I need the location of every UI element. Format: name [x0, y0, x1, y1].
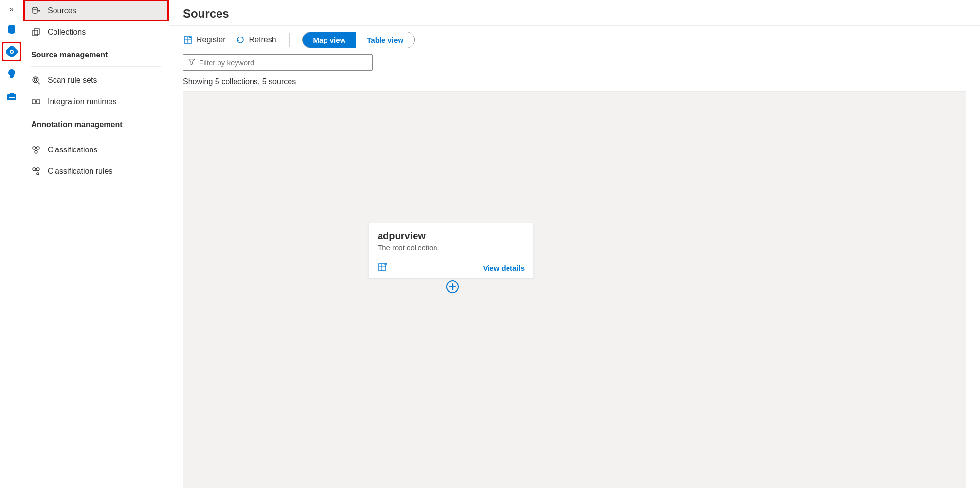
- svg-rect-23: [379, 264, 385, 271]
- nav-item-label: Classifications: [48, 146, 97, 154]
- toolbox-icon: [6, 91, 18, 102]
- nav-item-classification-rules[interactable]: Classification rules: [23, 161, 169, 182]
- refresh-button[interactable]: Refresh: [236, 35, 276, 45]
- card-body: adpurview The root collection.: [369, 223, 533, 258]
- grid-icon[interactable]: [378, 263, 387, 273]
- nav-item-sources[interactable]: Sources: [23, 0, 169, 21]
- filter-icon: [188, 58, 195, 67]
- svg-point-18: [33, 168, 36, 171]
- nav-item-collections[interactable]: Collections: [23, 21, 169, 43]
- nav-item-integration-runtimes[interactable]: Integration runtimes: [23, 91, 169, 112]
- svg-point-16: [36, 147, 39, 149]
- table-view-button[interactable]: Table view: [356, 32, 414, 48]
- svg-point-20: [37, 173, 39, 175]
- map-view-button[interactable]: Map view: [303, 32, 357, 48]
- svg-rect-13: [32, 100, 35, 104]
- toolbar-separator: [289, 33, 290, 47]
- card-title: adpurview: [378, 230, 525, 242]
- icon-rail: »: [0, 0, 23, 502]
- main-content: Sources Register Refresh Map view Table …: [169, 0, 980, 502]
- rail-item-insights[interactable]: [3, 65, 20, 83]
- rail-item-data-map[interactable]: [3, 43, 20, 60]
- filter-keyword-input[interactable]: [199, 58, 367, 67]
- nav-item-label: Integration runtimes: [48, 97, 116, 106]
- nav-item-label: Collections: [48, 28, 86, 37]
- nav-section-source-management: Source management: [23, 43, 169, 63]
- add-node-button[interactable]: [446, 280, 459, 293]
- view-toggle: Map view Table view: [302, 32, 415, 48]
- svg-point-11: [33, 77, 38, 83]
- collections-icon: [31, 27, 41, 37]
- card-subtitle: The root collection.: [378, 243, 525, 252]
- svg-point-12: [34, 78, 37, 81]
- svg-point-22: [189, 37, 191, 38]
- nav-item-classifications[interactable]: Classifications: [23, 139, 169, 161]
- svg-point-3: [11, 51, 13, 53]
- nav-divider: [31, 136, 161, 136]
- lightbulb-icon: [6, 68, 18, 80]
- nav-item-label: Scan rule sets: [48, 76, 97, 85]
- toolbar: Register Refresh Map view Table view: [169, 26, 980, 54]
- filter-input-wrapper[interactable]: [183, 54, 373, 71]
- svg-rect-10: [34, 29, 39, 34]
- nav-item-label: Sources: [48, 6, 76, 15]
- sources-icon: [31, 6, 41, 16]
- register-label: Register: [197, 36, 226, 44]
- map-canvas[interactable]: adpurview The root collection. View deta…: [183, 91, 966, 488]
- nav-section-annotation-management: Annotation management: [23, 112, 169, 133]
- svg-rect-4: [10, 77, 13, 78]
- nav-panel: Sources Collections Source management Sc…: [23, 0, 169, 502]
- classification-rules-icon: [31, 167, 41, 176]
- nav-divider: [31, 66, 161, 67]
- card-footer: View details: [369, 258, 533, 278]
- view-details-link[interactable]: View details: [483, 264, 525, 272]
- refresh-label: Refresh: [249, 36, 276, 44]
- plus-icon: [449, 283, 456, 291]
- register-icon: [183, 35, 193, 45]
- refresh-icon: [236, 35, 245, 45]
- svg-rect-14: [37, 100, 40, 104]
- register-button[interactable]: Register: [183, 35, 226, 45]
- svg-point-24: [385, 263, 387, 265]
- filter-row: [169, 54, 980, 75]
- nav-item-label: Classification rules: [48, 167, 112, 176]
- svg-rect-9: [33, 30, 38, 36]
- result-count: Showing 5 collections, 5 sources: [169, 75, 980, 91]
- database-icon: [6, 23, 18, 35]
- integration-icon: [31, 97, 41, 107]
- svg-point-8: [33, 7, 37, 9]
- rail-item-management[interactable]: [3, 88, 20, 105]
- svg-point-15: [33, 147, 36, 149]
- svg-point-19: [36, 168, 39, 171]
- collection-card: adpurview The root collection. View deta…: [368, 223, 534, 278]
- svg-point-17: [35, 150, 37, 153]
- rail-item-data-catalog[interactable]: [3, 20, 20, 38]
- page-title: Sources: [169, 0, 980, 26]
- nav-item-scan-rule-sets[interactable]: Scan rule sets: [23, 70, 169, 91]
- scan-icon: [31, 75, 41, 85]
- classifications-icon: [31, 145, 41, 155]
- expand-rail-button[interactable]: »: [7, 3, 16, 16]
- svg-rect-6: [10, 93, 14, 95]
- data-map-icon: [6, 46, 18, 57]
- svg-rect-7: [9, 97, 15, 98]
